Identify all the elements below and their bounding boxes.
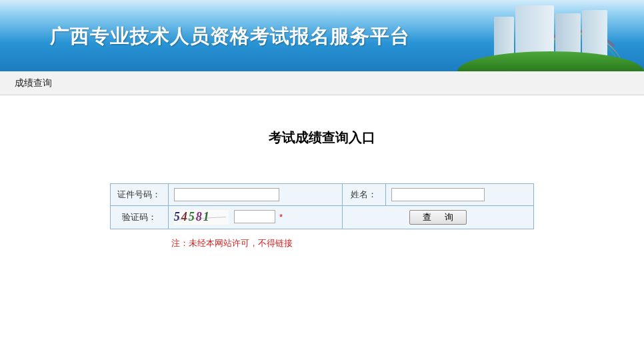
name-input[interactable] xyxy=(391,188,485,201)
footnote: 注：未经本网站许可，不得链接 xyxy=(110,237,534,249)
captcha-input[interactable] xyxy=(234,210,275,223)
header-banner: 广西专业技术人员资格考试报名服务平台 xyxy=(0,0,644,71)
page-title: 考试成绩查询入口 xyxy=(0,129,644,147)
banner-illustration xyxy=(457,0,644,71)
required-mark: * xyxy=(279,212,283,222)
captcha-image[interactable]: 54581 xyxy=(174,210,229,225)
name-label: 姓名： xyxy=(343,184,386,206)
nav-bar: 成绩查询 xyxy=(0,71,644,95)
captcha-label: 验证码： xyxy=(111,206,169,229)
query-form: 证件号码： 姓名： 验证码： 54581 * 查 询 xyxy=(110,183,534,229)
site-title: 广西专业技术人员资格考试报名服务平台 xyxy=(50,23,410,50)
nav-score-query[interactable]: 成绩查询 xyxy=(15,77,52,89)
id-number-input[interactable] xyxy=(174,188,279,201)
main-content: 考试成绩查询入口 证件号码： 姓名： 验证码： 54581 * 查 询 注：未经… xyxy=(0,95,644,249)
id-label: 证件号码： xyxy=(111,184,169,206)
query-button[interactable]: 查 询 xyxy=(409,210,467,225)
